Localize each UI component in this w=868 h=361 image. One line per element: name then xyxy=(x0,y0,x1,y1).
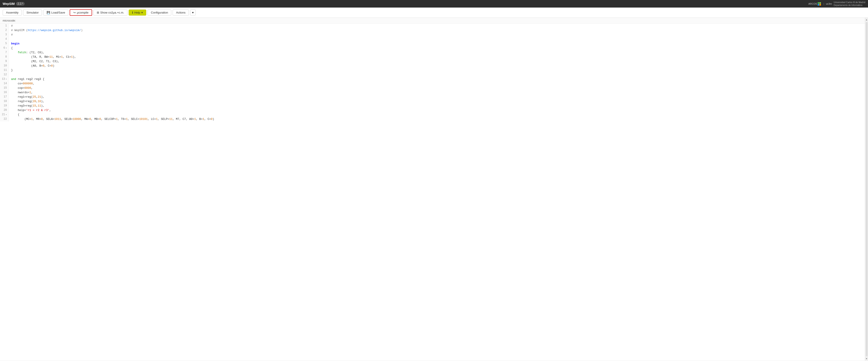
code-line-10: (A0, B=0, C=0) xyxy=(11,64,865,68)
line-number-17: 17 xyxy=(2,95,7,99)
topbar-left: WepSIM 2.2.* xyxy=(3,2,25,5)
uc3m-code: uc3m xyxy=(826,2,832,5)
simulator-button[interactable]: Simulator xyxy=(23,9,42,16)
code-line-7: fetch: (T2, C0), xyxy=(11,51,865,55)
help-label: Help xyxy=(134,11,140,14)
loadsave-button[interactable]: 💾 Load/Save xyxy=(43,9,68,16)
university-info: Universidad Carlos III de Madrid Departa… xyxy=(834,1,865,7)
line-number-14: 14 xyxy=(2,82,7,86)
code-line-11: } xyxy=(11,68,865,72)
line-number-11: 11 xyxy=(2,68,7,72)
line-numbers: 123456▾78910111213▾1415161718192021▾22 xyxy=(0,24,9,121)
line-number-12: 12 xyxy=(2,72,7,77)
help-button[interactable]: ℹ Help ▾ xyxy=(129,9,146,16)
line-number-3: 3 xyxy=(2,33,7,37)
color-squares xyxy=(818,2,822,5)
loadsave-label: Load/Save xyxy=(51,11,65,14)
fold-arrow-6[interactable]: ▾ xyxy=(6,47,7,50)
code-line-3: # xyxy=(11,33,865,37)
show-co2-label: Show co2μa.+c.m. xyxy=(100,11,124,14)
line-number-15: 15 xyxy=(2,86,7,90)
code-line-16: nwords=1, xyxy=(11,90,865,95)
code-line-19: reg3=reg(15,11), xyxy=(11,104,865,108)
main-area: microcode: 123456▾78910111213▾1415161718… xyxy=(0,18,868,361)
color-sq-3 xyxy=(818,4,819,5)
toolbar: Assembly Simulator 💾 Load/Save ↪ μcompil… xyxy=(0,7,868,18)
separator: | xyxy=(824,2,824,5)
topbar: WepSIM 2.2.* ARCOS | uc3m Universidad Ca… xyxy=(0,0,868,7)
version-badge: 2.2.* xyxy=(16,2,25,5)
code-line-6: { xyxy=(11,46,865,51)
university-name: Universidad Carlos III de Madrid xyxy=(834,1,865,4)
microcode-label: microcode: xyxy=(0,18,865,24)
code-lines[interactable]: ## WepSIM (https://wepsim.github.io/weps… xyxy=(9,24,865,121)
line-number-18: 18 xyxy=(2,99,7,104)
save-icon: 💾 xyxy=(46,11,50,14)
code-line-1: # xyxy=(11,24,865,28)
compile-icon: ↪ xyxy=(73,11,76,14)
line-number-16: 16 xyxy=(2,90,7,95)
editor[interactable]: microcode: 123456▾78910111213▾1415161718… xyxy=(0,18,865,361)
assembly-button[interactable]: Assembly xyxy=(3,9,22,16)
uc3m-label: uc3m xyxy=(826,2,832,5)
line-number-9: 9 xyxy=(2,59,7,64)
configuration-button[interactable]: Configuration xyxy=(148,9,171,16)
code-line-17: reg1=reg(25,21), xyxy=(11,95,865,99)
line-number-6: 6▾ xyxy=(2,46,7,51)
line-number-13: 13▾ xyxy=(2,77,7,82)
line-number-2: 2 xyxy=(2,28,7,33)
show-co2-button[interactable]: ⊞ Show co2μa.+c.m. xyxy=(93,9,128,16)
line-number-19: 19 xyxy=(2,104,7,108)
code-line-20: help='r1 = r2 & r3', xyxy=(11,108,865,113)
actions-button[interactable]: Actions xyxy=(173,9,189,16)
code-line-18: reg2=reg(20,16), xyxy=(11,99,865,104)
ucompile-label: μcompile xyxy=(77,11,88,14)
line-number-20: 20 xyxy=(2,108,7,113)
code-line-8: (TA, R, BW=11, M1=1, C1=1), xyxy=(11,55,865,59)
line-number-8: 8 xyxy=(2,55,7,59)
code-line-12 xyxy=(11,72,865,77)
code-line-2: # WepSIM (https://wepsim.github.io/wepsi… xyxy=(11,28,865,33)
actions-dropdown-button[interactable]: ▾ xyxy=(190,9,196,16)
table-icon: ⊞ xyxy=(97,11,99,14)
department-name: Departamento de Informática xyxy=(834,4,865,7)
code-line-14: co=000000, xyxy=(11,82,865,86)
scrollbar[interactable]: ▲ ▼ xyxy=(865,18,868,361)
arcos-label: ARCOS xyxy=(808,2,817,5)
code-line-21: { xyxy=(11,113,865,117)
code-area: 123456▾78910111213▾1415161718192021▾22 #… xyxy=(0,24,865,121)
color-sq-4 xyxy=(819,4,821,5)
fold-arrow-21[interactable]: ▾ xyxy=(6,113,7,116)
code-line-5: begin xyxy=(11,41,865,46)
line-number-1: 1 xyxy=(2,24,7,28)
uc3m-info: uc3m xyxy=(826,2,832,5)
help-dropdown-icon: ▾ xyxy=(141,11,143,14)
actions-label: Actions xyxy=(176,11,185,14)
line-number-10: 10 xyxy=(2,64,7,68)
arcos-logo: ARCOS xyxy=(808,2,822,5)
ucompile-button[interactable]: ↪ μcompile xyxy=(70,9,92,16)
line-number-4: 4 xyxy=(2,37,7,41)
code-line-15: cop=0000, xyxy=(11,86,865,90)
line-number-21: 21▾ xyxy=(2,113,7,117)
code-line-4 xyxy=(11,37,865,41)
line-number-7: 7 xyxy=(2,51,7,55)
code-line-22: (MC=1, MR=0, SELA=1011, SELB=10000, MA=0… xyxy=(11,117,865,121)
scroll-down-arrow[interactable]: ▼ xyxy=(865,357,868,361)
code-line-13: and reg1 reg2 reg3 { xyxy=(11,77,865,82)
code-line-9: (M2, C2, T1, C3), xyxy=(11,59,865,64)
color-sq-1 xyxy=(818,2,819,4)
app-name: WepSIM xyxy=(3,2,14,5)
topbar-right: ARCOS | uc3m Universidad Carlos III de M… xyxy=(808,1,865,7)
scroll-up-arrow[interactable]: ▲ xyxy=(865,18,868,22)
line-number-5: 5 xyxy=(2,41,7,46)
line-number-22: 22 xyxy=(2,117,7,121)
fold-arrow-13[interactable]: ▾ xyxy=(6,78,7,81)
help-icon: ℹ xyxy=(132,11,133,14)
color-sq-2 xyxy=(819,2,821,4)
